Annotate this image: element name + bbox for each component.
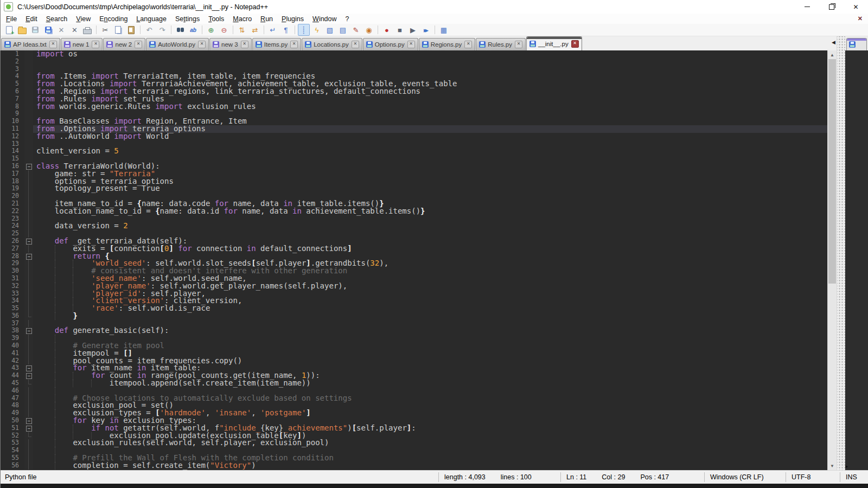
word-wrap-icon[interactable]: ↵ — [267, 24, 279, 36]
tab-new-3[interactable]: new 3✕ — [209, 38, 252, 50]
cut-icon[interactable]: ✂ — [99, 24, 111, 36]
tab-new-2[interactable]: new 2✕ — [103, 38, 145, 50]
tab-close-icon[interactable]: ✕ — [571, 40, 579, 48]
tab-locations-py[interactable]: Locations.py✕ — [302, 38, 362, 50]
fold-margin[interactable]: − — [24, 417, 33, 425]
code-line[interactable]: 38− def generate_basic(self): — [1, 327, 827, 335]
tab-close-icon[interactable]: ✕ — [290, 41, 298, 48]
vertical-scrollbar[interactable]: ▲ ▼ — [827, 50, 837, 470]
file-monitoring-icon[interactable]: ◉ — [363, 24, 375, 36]
fold-collapse-icon[interactable]: − — [26, 426, 32, 432]
menu-item-view[interactable]: View — [72, 15, 95, 23]
status-eol-format[interactable]: Windows (CR LF) — [704, 472, 786, 482]
doc-map-icon[interactable]: ▧ — [324, 24, 336, 36]
code-line[interactable]: 12from ..AutoWorld import World — [1, 133, 827, 140]
menu-item-language[interactable]: Language — [132, 15, 171, 23]
status-insert-mode[interactable]: INS — [840, 472, 868, 482]
tab-close-icon[interactable]: ✕ — [49, 41, 57, 48]
print-icon[interactable] — [81, 24, 93, 36]
tab-new-1[interactable]: new 1✕ — [61, 38, 103, 50]
close-document-x-button[interactable]: ✕ — [852, 15, 868, 22]
tab-close-icon[interactable]: ✕ — [92, 41, 99, 48]
menu-item-tools[interactable]: Tools — [204, 15, 228, 23]
fold-collapse-icon[interactable]: − — [26, 418, 32, 424]
second-view-tab[interactable] — [846, 38, 867, 50]
code-line[interactable]: 24 data_version = 2 — [1, 222, 827, 230]
tab-rules-py[interactable]: Rules.py✕ — [476, 38, 526, 50]
macro-run-multiple-icon[interactable]: ▸▸ — [420, 24, 432, 36]
code-line[interactable]: 27 exits = [connection[0] for connection… — [1, 245, 827, 253]
tab-close-icon[interactable]: ✕ — [135, 41, 142, 48]
fold-collapse-icon[interactable]: − — [26, 254, 32, 260]
function-list-icon[interactable]: ϟ — [311, 24, 323, 36]
scrollbar-thumb[interactable] — [828, 59, 836, 284]
sync-scroll-horizontal-icon[interactable]: ⇄ — [249, 24, 261, 36]
second-view-editor[interactable]: ▸ — [845, 50, 868, 470]
tab-close-icon[interactable]: ✕ — [241, 41, 248, 48]
tab-scroll-left-arrow[interactable]: ◀ — [832, 40, 835, 45]
undo-icon[interactable]: ↶ — [143, 24, 155, 36]
restore-button[interactable] — [819, 0, 844, 14]
save-all-icon[interactable] — [42, 24, 54, 36]
menu-item-search[interactable]: Search — [42, 15, 72, 23]
scroll-up-arrow[interactable]: ▲ — [828, 50, 837, 59]
menu-item-macro[interactable]: Macro — [228, 15, 256, 23]
fold-collapse-icon[interactable]: − — [26, 239, 32, 245]
fold-margin[interactable]: − — [24, 425, 33, 432]
code-line[interactable]: 36 } — [1, 312, 827, 320]
paste-icon[interactable] — [125, 24, 137, 36]
find-icon[interactable] — [174, 24, 186, 36]
tab-regions-py[interactable]: Regions.py✕ — [419, 38, 476, 50]
close-all-icon[interactable]: ✕ — [68, 24, 80, 36]
panel-splitter-grip[interactable] — [837, 36, 845, 470]
doc-list-icon[interactable]: ▤ — [337, 24, 349, 36]
macro-stop-icon[interactable]: ■ — [394, 24, 406, 36]
fold-collapse-icon[interactable]: − — [26, 328, 32, 334]
tab-autoworld-py[interactable]: AutoWorld.py✕ — [146, 38, 209, 50]
tab-ap-ideas-txt[interactable]: AP Ideas.txt✕ — [1, 38, 60, 50]
fold-collapse-icon[interactable]: − — [26, 373, 32, 379]
fold-margin[interactable]: − — [24, 364, 33, 372]
tab-close-icon[interactable]: ✕ — [198, 41, 206, 48]
minimize-button[interactable] — [795, 0, 819, 14]
fold-collapse-icon[interactable]: − — [26, 164, 32, 170]
tab-close-icon[interactable]: ✕ — [464, 41, 472, 48]
code-line[interactable]: 22 location_name_to_id = {name: data.id … — [1, 208, 827, 215]
macro-record-icon[interactable]: ● — [381, 24, 393, 36]
code-line[interactable]: 56 completion = self.create_item("Victor… — [1, 462, 827, 470]
tab--init-py[interactable]: __init__.py✕ — [526, 36, 582, 50]
scrollbar-track[interactable] — [828, 59, 837, 461]
zoom-out-icon[interactable]: ⊖ — [218, 24, 230, 36]
fold-margin[interactable]: − — [24, 163, 33, 170]
close-icon[interactable]: ✕ — [55, 24, 67, 36]
menu-item-file[interactable]: File — [2, 15, 21, 23]
menu-item-encoding[interactable]: Encoding — [95, 15, 132, 23]
new-file-icon[interactable] — [3, 24, 15, 36]
code-line[interactable]: 8from worlds.generic.Rules import exclus… — [1, 103, 827, 111]
code-line[interactable]: 1import os — [1, 50, 827, 58]
status-encoding[interactable]: UTF-8 — [786, 472, 840, 482]
menu-item-settings[interactable]: Settings — [171, 15, 204, 23]
fold-collapse-icon[interactable]: − — [26, 365, 32, 371]
show-all-chars-icon[interactable]: ¶ — [280, 24, 292, 36]
menu-item-window[interactable]: Window — [308, 15, 341, 23]
fold-margin[interactable]: − — [24, 237, 33, 245]
scroll-down-arrow[interactable]: ▼ — [828, 461, 837, 470]
tab-items-py[interactable]: Items.py✕ — [252, 38, 301, 50]
copy-icon[interactable] — [112, 24, 124, 36]
tab-close-icon[interactable]: ✕ — [515, 41, 522, 48]
sync-scroll-vertical-icon[interactable]: ⇅ — [236, 24, 248, 36]
code-line[interactable]: 35 'race': self.world.is_race — [1, 305, 827, 312]
redo-icon[interactable]: ↷ — [156, 24, 168, 36]
edit-pencil-icon[interactable]: ✎ — [350, 24, 362, 36]
close-button[interactable]: ✕ — [844, 0, 868, 14]
macro-play-icon[interactable]: ▶ — [407, 24, 419, 36]
tab-options-py[interactable]: Options.py✕ — [363, 38, 418, 50]
code-line[interactable]: 13 — [1, 140, 827, 148]
code-line[interactable]: 45 itempool.append(self.create_item(item… — [1, 380, 827, 387]
menu-item-edit[interactable]: Edit — [21, 15, 42, 23]
menu-item-run[interactable]: Run — [256, 15, 277, 23]
indent-guide-icon[interactable]: ┊ — [298, 24, 310, 36]
code-line[interactable]: 19 topology_present = True — [1, 185, 827, 192]
second-view-scroll-arrow[interactable]: ▸ — [846, 464, 848, 469]
